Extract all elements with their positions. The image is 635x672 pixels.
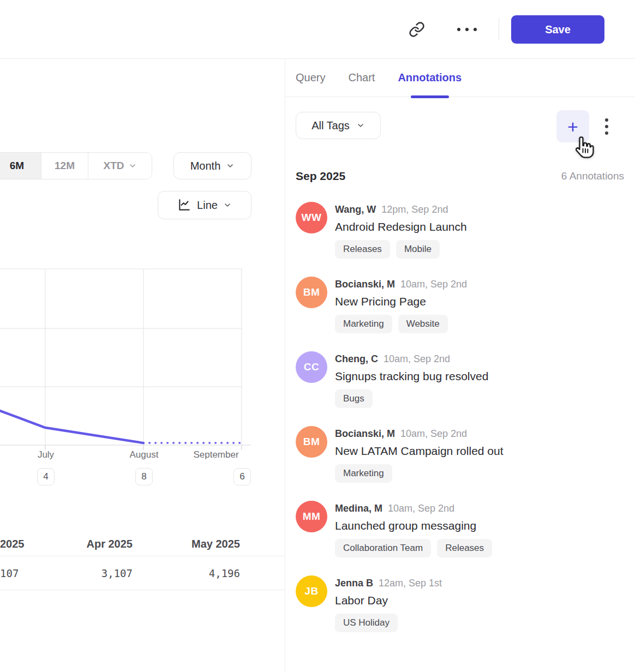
annotation-timestamp: 10am, Sep 2nd xyxy=(388,501,454,515)
annotation-title: Labor Day xyxy=(335,591,516,610)
range-tab-12m[interactable]: 12M xyxy=(41,153,88,179)
annotations-section-header: Sep 2025 6 Annotations xyxy=(296,167,624,185)
tag-chip[interactable]: Marketing xyxy=(335,315,392,333)
annotation-item[interactable]: WW Wang, W 12pm, Sep 2nd Android Redesig… xyxy=(296,202,624,259)
x-axis-label: August xyxy=(130,449,159,460)
range-tab-6m[interactable]: 6M xyxy=(0,153,41,179)
annotation-timestamp: 12am, Sep 1st xyxy=(379,576,442,590)
chevron-down-icon xyxy=(223,201,232,209)
annotation-author: Bocianski, M xyxy=(335,427,395,441)
avatar: WW xyxy=(296,202,327,233)
avatar: BM xyxy=(296,277,327,308)
tag-chip[interactable]: Releases xyxy=(335,240,390,259)
granularity-dropdown[interactable]: Month xyxy=(173,152,251,179)
range-tab-xtd[interactable]: XTD xyxy=(88,153,152,179)
chart-panel: 6M 12M XTD Month Line July August Septem… xyxy=(0,59,285,672)
annotation-author: Jenna B xyxy=(335,576,373,590)
ellipsis-icon xyxy=(457,28,477,31)
tag-filter-dropdown[interactable]: All Tags xyxy=(296,112,381,139)
header-divider xyxy=(499,19,499,40)
chevron-down-icon xyxy=(356,121,365,130)
date-range-segmented-control: 6M 12M XTD xyxy=(0,152,152,179)
annotation-timestamp: 12pm, Sep 2nd xyxy=(381,202,448,217)
avatar-initials: BM xyxy=(303,436,320,448)
annotation-count-badge[interactable]: 8 xyxy=(135,468,153,485)
chart-type-dropdown[interactable]: Line xyxy=(158,191,251,219)
line-chart-icon xyxy=(177,198,191,212)
avatar-initials: MM xyxy=(303,511,321,523)
share-link-button[interactable] xyxy=(405,17,429,41)
tag-chip[interactable]: US Holiday xyxy=(335,614,398,632)
tag-chip[interactable]: Marketing xyxy=(335,464,392,483)
column-header: 2025 xyxy=(0,538,25,550)
annotation-item[interactable]: CC Cheng, C 10am, Sep 2nd Signups tracki… xyxy=(296,351,624,408)
top-header: Save xyxy=(0,0,635,59)
annotation-author: Cheng, C xyxy=(335,352,378,366)
table-cell: 4,196 xyxy=(173,567,240,579)
avatar: CC xyxy=(296,351,327,383)
tag-chip[interactable]: Mobile xyxy=(396,240,440,259)
annotation-author: Wang, W xyxy=(335,202,376,217)
avatar-initials: CC xyxy=(304,361,319,373)
annotation-count-badge[interactable]: 6 xyxy=(233,468,251,485)
tab-chart[interactable]: Chart xyxy=(348,59,375,97)
header-actions: Save xyxy=(405,15,604,44)
annotation-item[interactable]: JB Jenna B 12am, Sep 1st Labor Day US Ho… xyxy=(296,575,624,632)
avatar-initials: WW xyxy=(302,212,322,224)
annotation-tags: ReleasesMobile xyxy=(335,240,624,259)
save-button[interactable]: Save xyxy=(511,15,604,44)
add-annotation-button[interactable]: + xyxy=(556,110,589,142)
annotation-author: Medina, M xyxy=(335,501,382,515)
annotation-title: New LATAM Campaign rolled out xyxy=(335,441,516,461)
annotation-tags: Collaboration TeamReleases xyxy=(335,539,624,557)
x-axis-label: July xyxy=(38,449,54,460)
column-header: May 2025 xyxy=(173,538,240,550)
annotation-count-badge[interactable]: 4 xyxy=(37,468,55,485)
annotations-menu-button[interactable] xyxy=(601,114,612,139)
tag-chip[interactable]: Releases xyxy=(437,539,492,557)
annotation-title: Android Redesign Launch xyxy=(335,217,516,237)
annotation-item[interactable]: MM Medina, M 10am, Sep 2nd Launched grou… xyxy=(296,501,624,557)
report-page: Save 6M 12M XTD Month Line July Augu xyxy=(0,0,635,672)
tab-annotations[interactable]: Annotations xyxy=(398,59,462,97)
chevron-down-icon xyxy=(226,161,235,170)
annotation-timestamp: 10am, Sep 2nd xyxy=(384,352,450,366)
annotation-title: New Pricing Page xyxy=(335,292,516,311)
annotation-tags: Bugs xyxy=(335,389,624,408)
panel-tabbar: Query Chart Annotations xyxy=(285,59,635,97)
line-chart[interactable] xyxy=(0,268,252,451)
x-axis-label: September xyxy=(193,449,238,460)
avatar-initials: JB xyxy=(304,585,318,597)
column-header: Apr 2025 xyxy=(65,538,133,550)
annotation-title: Signups tracking bug resolved xyxy=(335,367,516,386)
avatar: MM xyxy=(296,501,327,532)
annotations-list: WW Wang, W 12pm, Sep 2nd Android Redesig… xyxy=(296,202,624,650)
table-cell: 107 xyxy=(0,567,19,579)
avatar: BM xyxy=(296,426,327,458)
table-cell: 3,107 xyxy=(65,567,133,579)
annotation-item[interactable]: BM Bocianski, M 10am, Sep 2nd New LATAM … xyxy=(296,426,624,483)
annotation-author: Bocianski, M xyxy=(335,277,395,291)
annotation-timestamp: 10am, Sep 2nd xyxy=(400,427,467,441)
kebab-icon xyxy=(605,118,608,135)
avatar-initials: BM xyxy=(303,286,320,298)
table-row[interactable]: 107 3,107 4,196 xyxy=(0,556,285,590)
section-month-label: Sep 2025 xyxy=(296,170,345,183)
tag-chip[interactable]: Bugs xyxy=(335,389,373,408)
annotation-tags: Marketing xyxy=(335,464,624,483)
tag-chip[interactable]: Website xyxy=(398,315,448,333)
details-panel: Query Chart Annotations All Tags + Sep 2… xyxy=(285,59,635,672)
avatar: JB xyxy=(296,575,327,607)
section-count-label: 6 Annotations xyxy=(561,170,624,182)
annotation-tags: MarketingWebsite xyxy=(335,315,624,333)
annotation-item[interactable]: BM Bocianski, M 10am, Sep 2nd New Pricin… xyxy=(296,277,624,333)
tag-chip[interactable]: Collaboration Team xyxy=(335,539,431,557)
annotation-title: Launched group messaging xyxy=(335,516,516,536)
tab-query[interactable]: Query xyxy=(296,59,325,97)
link-icon xyxy=(409,21,425,38)
annotation-timestamp: 10am, Sep 2nd xyxy=(400,277,467,291)
table-header-row: 2025 Apr 2025 May 2025 xyxy=(0,523,285,556)
annotation-tags: US Holiday xyxy=(335,614,624,632)
more-options-button[interactable] xyxy=(457,17,499,41)
breakdown-table: 2025 Apr 2025 May 2025 107 3,107 4,196 xyxy=(0,523,285,590)
